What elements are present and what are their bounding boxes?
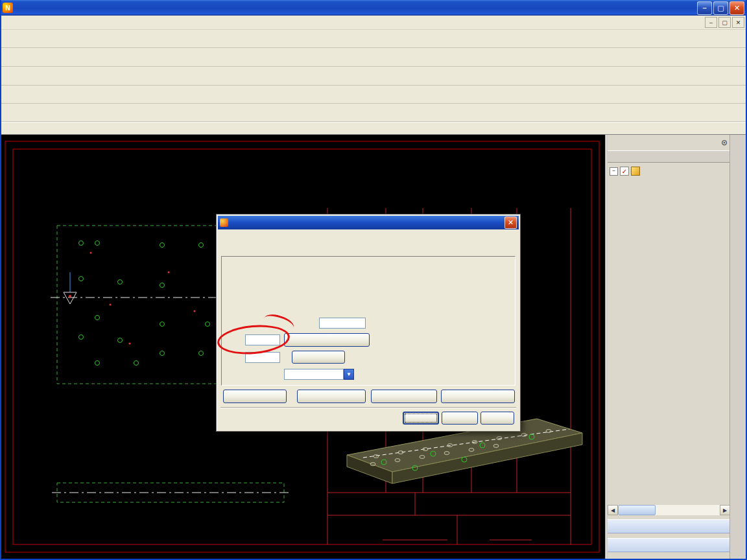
- menu-bar: – ▢ ✕: [0, 16, 747, 30]
- ok-button[interactable]: [403, 412, 439, 425]
- tree-checkbox-icon[interactable]: ✓: [620, 167, 629, 176]
- pin-icon[interactable]: ⊙: [721, 138, 728, 147]
- parent-label: [227, 261, 229, 270]
- dialog-icon: [220, 218, 228, 227]
- apply-button[interactable]: [442, 412, 478, 425]
- extracted-edge-value: [284, 369, 344, 380]
- dialog-content-frame: ▼: [221, 256, 516, 386]
- dialog-title-bar[interactable]: ✕: [218, 216, 519, 229]
- restore-button[interactable]: ▢: [713, 1, 728, 15]
- chevron-down-icon[interactable]: ▼: [344, 369, 354, 380]
- close-button[interactable]: ✕: [729, 1, 744, 15]
- side-strip: [729, 135, 747, 560]
- tree-item[interactable]: − ✓: [608, 165, 730, 177]
- mdi-restore-button[interactable]: ▢: [718, 17, 731, 28]
- mdi-minimize-button[interactable]: –: [705, 17, 717, 28]
- navigator-hscrollbar[interactable]: ◀ ▶: [608, 505, 730, 515]
- toolbar-row-1: [0, 30, 747, 48]
- dialog-close-icon[interactable]: ✕: [504, 216, 517, 229]
- define-render-style-button[interactable]: [284, 333, 370, 347]
- cancel-button[interactable]: [480, 412, 514, 425]
- load-all-defaults-button[interactable]: [441, 390, 515, 403]
- assembly-navigator-panel: ⊙ − ✓ ◀ ▶: [605, 135, 747, 560]
- mdi-close-button[interactable]: ✕: [732, 17, 744, 28]
- navigator-area: ⊙ − ✓: [608, 135, 730, 560]
- scroll-thumb[interactable]: [618, 505, 656, 515]
- part-icon: [631, 167, 640, 176]
- angle-input[interactable]: [245, 334, 280, 345]
- inherit-button[interactable]: [223, 390, 287, 403]
- prompt-bar: [0, 122, 747, 135]
- extracted-edge-dropdown[interactable]: ▼: [284, 369, 354, 380]
- navigator-column-header[interactable]: [608, 150, 730, 163]
- scale-input[interactable]: [245, 352, 280, 363]
- mdi-window-controls: – ▢ ✕: [704, 17, 744, 28]
- toolbar-row-3: [0, 67, 747, 86]
- scroll-right-icon[interactable]: ▶: [720, 505, 730, 515]
- expression-button[interactable]: [292, 351, 345, 364]
- scroll-track[interactable]: [618, 505, 720, 515]
- view-style-dialog: ✕ ▼: [216, 214, 521, 432]
- dialog-separator: [220, 407, 516, 408]
- preview-panel-header[interactable]: [608, 519, 730, 533]
- load-defaults-button[interactable]: [371, 390, 437, 403]
- toolbar-row-4: [0, 86, 747, 104]
- title-bar: N – ▢ ✕: [0, 0, 747, 16]
- toolbar-row-2: [0, 48, 747, 67]
- minimize-button[interactable]: –: [697, 1, 712, 15]
- tolerance-input[interactable]: [319, 318, 366, 329]
- toolbar-row-5: [0, 104, 747, 122]
- dependencies-panel-header[interactable]: [608, 538, 730, 552]
- reset-button[interactable]: [297, 390, 366, 403]
- scroll-left-icon[interactable]: ◀: [608, 505, 618, 515]
- tree-expand-icon[interactable]: −: [610, 167, 618, 176]
- app-icon: N: [3, 3, 13, 13]
